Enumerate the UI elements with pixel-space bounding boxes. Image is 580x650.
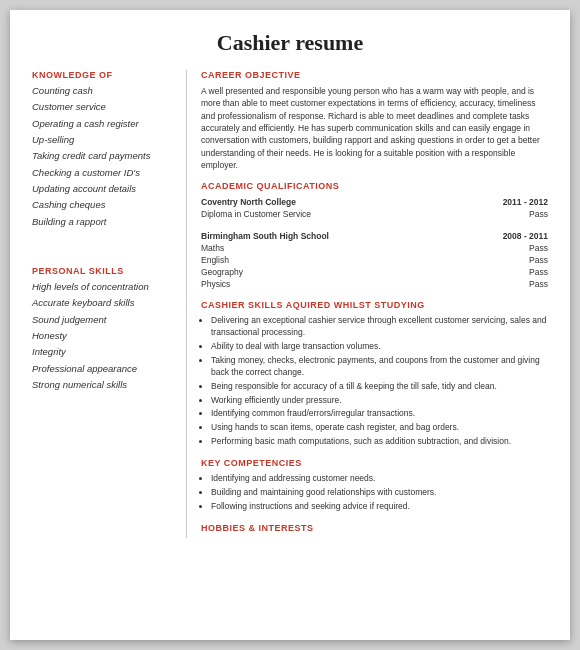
cashier-skill-item: Being responsible for accuracy of a till… [211, 381, 548, 393]
personal-item: Sound judgement [32, 314, 174, 326]
career-obj-text: A well presented and responsible young p… [201, 85, 548, 171]
key-comp-item: Building and maintaining good relationsh… [211, 487, 548, 499]
schools-section: Coventry North College2011 - 2012Diploma… [201, 196, 548, 290]
knowledge-item: Building a rapport [32, 216, 174, 228]
subject-result: Pass [478, 254, 548, 266]
personal-list: High levels of concentrationAccurate key… [32, 281, 174, 391]
subject-name: Diploma in Customer Service [201, 208, 478, 220]
subject-result: Pass [478, 278, 548, 290]
knowledge-item: Updating account details [32, 183, 174, 195]
school-name: Coventry North College [201, 196, 478, 208]
school-table: Birmingham South High School2008 - 2011M… [201, 230, 548, 290]
personal-item: High levels of concentration [32, 281, 174, 293]
right-column: CAREER OBJECTIVE A well presented and re… [187, 70, 548, 538]
main-layout: KNOWLEDGE OF Counting cashCustomer servi… [32, 70, 548, 538]
career-obj-heading: CAREER OBJECTIVE [201, 70, 548, 80]
key-comp-heading: KEY COMPETENCIES [201, 458, 548, 468]
cashier-skill-item: Delivering an exceptional cashier servic… [211, 315, 548, 339]
cashier-skill-item: Performing basic math computations, such… [211, 436, 548, 448]
academic-heading: ACADEMIC QUALIFICATIONS [201, 181, 548, 191]
cashier-skills-heading: CASHIER SKILLS AQUIRED WHILST STUDYING [201, 300, 548, 310]
key-comp-list: Identifying and addressing customer need… [211, 473, 548, 513]
cashier-skill-item: Taking money, checks, electronic payment… [211, 355, 548, 379]
knowledge-item: Customer service [32, 101, 174, 113]
school-table: Coventry North College2011 - 2012Diploma… [201, 196, 548, 220]
knowledge-list: Counting cashCustomer serviceOperating a… [32, 85, 174, 228]
cashier-skills-list: Delivering an exceptional cashier servic… [211, 315, 548, 448]
subject-name: English [201, 254, 478, 266]
page-title: Cashier resume [32, 30, 548, 56]
knowledge-item: Taking credit card payments [32, 150, 174, 162]
cashier-skill-item: Ability to deal with large transaction v… [211, 341, 548, 353]
knowledge-item: Cashing cheques [32, 199, 174, 211]
personal-item: Professional appearance [32, 363, 174, 375]
subject-result: Pass [478, 242, 548, 254]
cashier-skill-item: Identifying common fraud/errors/irregula… [211, 408, 548, 420]
subject-name: Maths [201, 242, 478, 254]
subject-result: Pass [478, 208, 548, 220]
personal-item: Honesty [32, 330, 174, 342]
knowledge-heading: KNOWLEDGE OF [32, 70, 174, 80]
personal-item: Integrity [32, 346, 174, 358]
personal-item: Accurate keyboard skills [32, 297, 174, 309]
school-name: Birmingham South High School [201, 230, 478, 242]
resume-page: Cashier resume KNOWLEDGE OF Counting cas… [10, 10, 570, 640]
subject-result: Pass [478, 266, 548, 278]
knowledge-item: Operating a cash register [32, 118, 174, 130]
hobbies-heading: HOBBIES & INTERESTS [201, 523, 548, 533]
cashier-skill-item: Using hands to scan items, operate cash … [211, 422, 548, 434]
subject-name: Physics [201, 278, 478, 290]
knowledge-item: Up-selling [32, 134, 174, 146]
key-comp-item: Following instructions and seeking advic… [211, 501, 548, 513]
school-years: 2008 - 2011 [478, 230, 548, 242]
cashier-skill-item: Working efficiently under pressure. [211, 395, 548, 407]
subject-name: Geography [201, 266, 478, 278]
left-column: KNOWLEDGE OF Counting cashCustomer servi… [32, 70, 187, 538]
key-comp-item: Identifying and addressing customer need… [211, 473, 548, 485]
knowledge-item: Checking a customer ID's [32, 167, 174, 179]
personal-skills-heading: PERSONAL SKILLS [32, 266, 174, 276]
school-years: 2011 - 2012 [478, 196, 548, 208]
knowledge-item: Counting cash [32, 85, 174, 97]
personal-item: Strong numerical skills [32, 379, 174, 391]
